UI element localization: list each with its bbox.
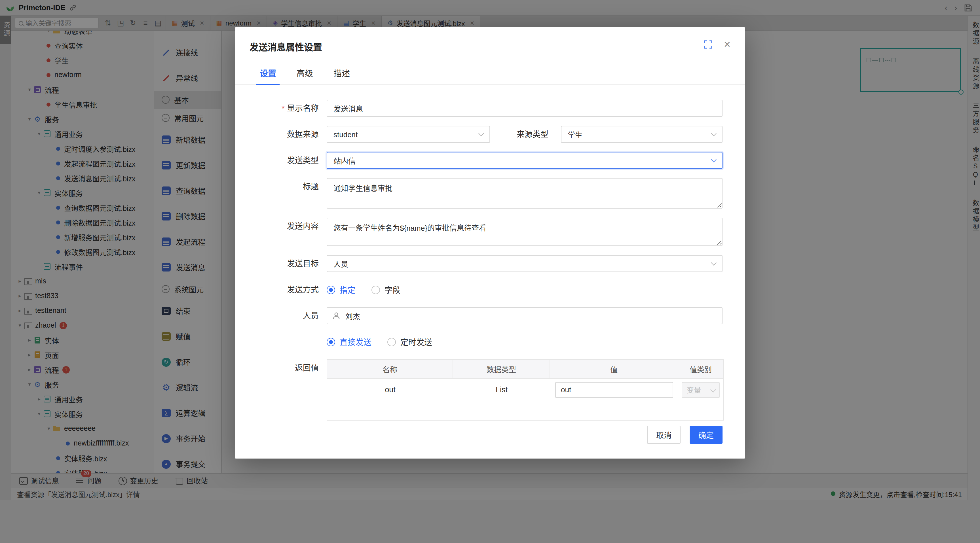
- required-mark: *: [282, 104, 285, 113]
- value-category-cell: 变量: [678, 379, 723, 401]
- content-textarea[interactable]: 您有一条学生姓名为${name}的审批信息待查看: [327, 218, 722, 246]
- select-value: student: [334, 130, 358, 138]
- person-icon: [332, 312, 340, 321]
- field-label-content: 发送内容: [235, 218, 327, 235]
- select-value: 变量: [687, 384, 701, 395]
- radio-option[interactable]: 直接发送: [327, 336, 371, 348]
- dialog-footer: 取消 确定: [235, 426, 745, 459]
- chevron-down-icon: [478, 131, 484, 136]
- field-label-returns: 返回值: [235, 359, 327, 376]
- column-header: 数据类型: [453, 360, 550, 378]
- value-input[interactable]: [555, 382, 673, 398]
- display-name-input[interactable]: [327, 100, 722, 117]
- dialog-tab[interactable]: 设置: [250, 61, 286, 84]
- radio-icon: [371, 286, 380, 294]
- returns-table-head: 名称数据类型值值类别: [327, 360, 723, 379]
- source-type-select[interactable]: 学生: [561, 126, 722, 143]
- radio-label: 指定: [340, 284, 356, 295]
- chevron-down-icon: [710, 387, 716, 392]
- dialog-tabs: 设置高级描述: [235, 61, 745, 85]
- chevron-down-icon: [711, 157, 717, 162]
- value-cell: [550, 379, 678, 401]
- ide-window: Primeton-IDE ‹ › 资源 ⇅◳↻: [0, 0, 980, 543]
- returns-table-body: outList变量: [327, 379, 723, 401]
- title-textarea[interactable]: 通知学生信息审批: [327, 178, 722, 209]
- radio-option[interactable]: 定时发送: [387, 336, 432, 348]
- chevron-down-icon: [711, 260, 717, 265]
- field-label-send-mode: 发送方式: [235, 281, 327, 298]
- column-header: 值类别: [678, 360, 723, 378]
- table-row: outList变量: [327, 379, 723, 401]
- field-label-title: 标题: [235, 178, 327, 195]
- field-label-data-source: 数据来源: [235, 126, 327, 143]
- radio-label: 字段: [385, 284, 400, 295]
- field-label-target: 发送目标: [235, 255, 327, 272]
- field-label-send-type: 发送类型: [235, 152, 327, 169]
- person-input[interactable]: [327, 307, 722, 324]
- chevron-down-icon: [711, 131, 717, 136]
- field-label-display-name: *显示名称: [235, 100, 327, 117]
- dialog-tab[interactable]: 高级: [286, 61, 323, 84]
- send-mode-radio-group: 指定字段: [327, 281, 722, 298]
- timing-radio-group: 直接发送定时发送: [327, 333, 722, 350]
- radio-icon: [387, 338, 396, 346]
- data-type-cell: List: [453, 379, 550, 401]
- close-icon[interactable]: ×: [724, 38, 730, 50]
- radio-icon: [327, 338, 335, 346]
- data-source-select[interactable]: student: [327, 126, 490, 143]
- select-value: 人员: [334, 258, 348, 269]
- radio-label: 定时发送: [400, 336, 432, 348]
- field-label-person: 人员: [235, 307, 327, 324]
- send-target-select[interactable]: 人员: [327, 255, 722, 272]
- radio-option[interactable]: 指定: [327, 284, 356, 295]
- field-label-source-type: 来源类型: [490, 126, 561, 143]
- column-header: 名称: [327, 360, 453, 378]
- name-cell: out: [327, 379, 453, 401]
- select-value: 学生: [568, 129, 582, 140]
- returns-table: 名称数据类型值值类别 outList变量: [327, 359, 724, 421]
- radio-option[interactable]: 字段: [371, 284, 400, 295]
- dialog-body: *显示名称 数据来源 student 来源类型 学生: [235, 85, 745, 426]
- dialog-tab[interactable]: 描述: [323, 61, 360, 84]
- dialog-title: 发送消息属性设置: [250, 40, 730, 53]
- returns-table-empty-area: [327, 401, 723, 420]
- radio-icon: [327, 286, 335, 294]
- send-type-select[interactable]: 站内信: [327, 152, 722, 169]
- value-category-select[interactable]: 变量: [682, 382, 720, 398]
- select-value: 站内信: [334, 155, 356, 166]
- radio-label: 直接发送: [340, 336, 371, 348]
- cancel-button[interactable]: 取消: [647, 426, 681, 444]
- dialog-header: 发送消息属性设置 ×: [235, 27, 745, 53]
- send-message-settings-dialog: 发送消息属性设置 × 设置高级描述 *显示名称 数据来源 student: [235, 27, 745, 459]
- ok-button[interactable]: 确定: [690, 426, 722, 444]
- fullscreen-icon[interactable]: [704, 40, 713, 48]
- column-header: 值: [550, 360, 678, 378]
